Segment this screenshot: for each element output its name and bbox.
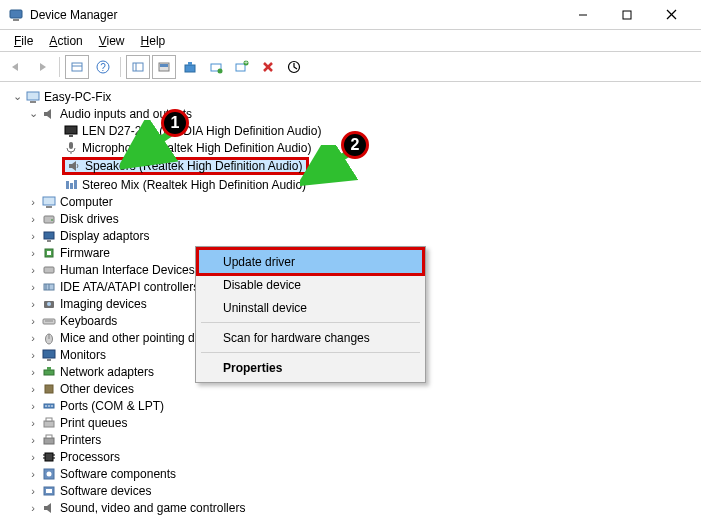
expand-icon[interactable]: › xyxy=(26,349,40,361)
tree-label: Firmware xyxy=(60,246,110,260)
collapse-icon[interactable]: ⌄ xyxy=(26,107,40,120)
maximize-button[interactable] xyxy=(605,1,649,29)
tree-category[interactable]: ›Ports (COM & LPT) xyxy=(4,397,701,414)
tree-category[interactable]: ›Software components xyxy=(4,465,701,482)
back-button[interactable] xyxy=(4,55,28,79)
expand-icon[interactable]: › xyxy=(26,417,40,429)
svg-rect-34 xyxy=(46,206,52,208)
menu-action[interactable]: Action xyxy=(41,32,90,50)
details-button[interactable] xyxy=(126,55,150,79)
svg-rect-25 xyxy=(30,101,36,103)
category-icon xyxy=(41,313,57,329)
category-icon xyxy=(41,398,57,414)
expand-icon[interactable]: › xyxy=(26,247,40,259)
ctx-update-driver[interactable]: Update driver xyxy=(199,250,422,273)
tree-device[interactable]: Stereo Mix (Realtek High Definition Audi… xyxy=(4,176,701,193)
tree-category[interactable]: ›Software devices xyxy=(4,482,701,499)
computer-icon xyxy=(25,89,41,105)
category-icon xyxy=(41,194,57,210)
svg-point-17 xyxy=(218,68,223,73)
ctx-disable-device[interactable]: Disable device xyxy=(199,273,422,296)
collapse-icon[interactable]: ⌄ xyxy=(10,90,24,103)
toolbar: ? + xyxy=(0,52,701,82)
stereo-mix-icon xyxy=(63,177,79,193)
expand-icon[interactable]: › xyxy=(26,196,40,208)
close-button[interactable] xyxy=(649,1,693,29)
show-hide-button[interactable] xyxy=(65,55,89,79)
tree-device-selected[interactable]: Speakers (Realtek High Definition Audio) xyxy=(4,156,701,176)
tree-label: Easy-PC-Fix xyxy=(44,90,111,104)
expand-icon[interactable]: › xyxy=(26,502,40,514)
svg-rect-72 xyxy=(46,489,52,493)
scan-hardware-button[interactable] xyxy=(204,55,228,79)
expand-icon[interactable]: › xyxy=(26,315,40,327)
update-driver-button[interactable] xyxy=(178,55,202,79)
expand-icon[interactable]: › xyxy=(26,264,40,276)
expand-icon[interactable]: › xyxy=(26,213,40,225)
expand-icon[interactable]: › xyxy=(26,281,40,293)
menu-view[interactable]: View xyxy=(91,32,133,50)
tree-category[interactable]: ›Computer xyxy=(4,193,701,210)
minimize-button[interactable] xyxy=(561,1,605,29)
svg-rect-14 xyxy=(185,65,195,72)
uninstall-button[interactable] xyxy=(256,55,280,79)
tree-category[interactable]: ›Display adaptors xyxy=(4,227,701,244)
expand-icon[interactable]: › xyxy=(26,468,40,480)
menu-file[interactable]: File xyxy=(6,32,41,50)
tree-label: IDE ATA/ATAPI controllers xyxy=(60,280,199,294)
expand-icon[interactable]: › xyxy=(26,400,40,412)
expand-icon[interactable]: › xyxy=(26,451,40,463)
svg-point-36 xyxy=(51,219,53,221)
tree-label: Computer xyxy=(60,195,113,209)
tree-category[interactable]: ›Disk drives xyxy=(4,210,701,227)
expand-icon[interactable]: › xyxy=(26,434,40,446)
ctx-uninstall-device[interactable]: Uninstall device xyxy=(199,296,422,319)
category-icon xyxy=(41,483,57,499)
expand-icon[interactable]: › xyxy=(26,298,40,310)
category-icon xyxy=(41,262,57,278)
category-icon xyxy=(41,211,57,227)
category-icon xyxy=(41,466,57,482)
tree-category[interactable]: ›Processors xyxy=(4,448,701,465)
menu-item-label: Properties xyxy=(223,361,282,375)
expand-icon[interactable]: › xyxy=(26,332,40,344)
tree-category[interactable]: ›Print queues xyxy=(4,414,701,431)
tree-label: LEN D27-20B (NVIDIA High Definition Audi… xyxy=(82,124,321,138)
help-button[interactable]: ? xyxy=(91,55,115,79)
properties-button[interactable] xyxy=(152,55,176,79)
tree-label: Other devices xyxy=(60,382,134,396)
tree-label: Imaging devices xyxy=(60,297,147,311)
category-icon xyxy=(41,330,57,346)
expand-icon[interactable]: › xyxy=(26,383,40,395)
category-icon xyxy=(41,500,57,516)
speaker-icon xyxy=(41,106,57,122)
add-legacy-button[interactable]: + xyxy=(230,55,254,79)
toolbar-separator xyxy=(120,57,121,77)
svg-rect-31 xyxy=(70,183,73,189)
expand-icon[interactable]: › xyxy=(26,485,40,497)
expand-icon[interactable]: › xyxy=(26,366,40,378)
window-title: Device Manager xyxy=(30,8,561,22)
tree-label: Ports (COM & LPT) xyxy=(60,399,164,413)
disable-button[interactable] xyxy=(282,55,306,79)
menu-help[interactable]: Help xyxy=(133,32,174,50)
tree-root[interactable]: ⌄ Easy-PC-Fix xyxy=(4,88,701,105)
svg-rect-13 xyxy=(160,64,168,67)
menu-item-label: Update driver xyxy=(223,255,295,269)
svg-point-58 xyxy=(48,405,50,407)
menu-separator xyxy=(201,322,420,323)
ctx-properties[interactable]: Properties xyxy=(199,356,422,379)
svg-rect-3 xyxy=(623,11,631,19)
svg-rect-62 xyxy=(44,438,54,444)
menu-item-label: Uninstall device xyxy=(223,301,307,315)
tree-category[interactable]: ›Sound, video and game controllers xyxy=(4,499,701,516)
svg-rect-10 xyxy=(133,63,143,71)
expand-icon[interactable]: › xyxy=(26,230,40,242)
tree-label: Network adapters xyxy=(60,365,154,379)
svg-rect-32 xyxy=(74,180,77,189)
tree-category-audio[interactable]: ⌄ Audio inputs and outputs xyxy=(4,105,701,122)
forward-button[interactable] xyxy=(30,55,54,79)
tree-label: Monitors xyxy=(60,348,106,362)
ctx-scan-hardware[interactable]: Scan for hardware changes xyxy=(199,326,422,349)
tree-category[interactable]: ›Printers xyxy=(4,431,701,448)
